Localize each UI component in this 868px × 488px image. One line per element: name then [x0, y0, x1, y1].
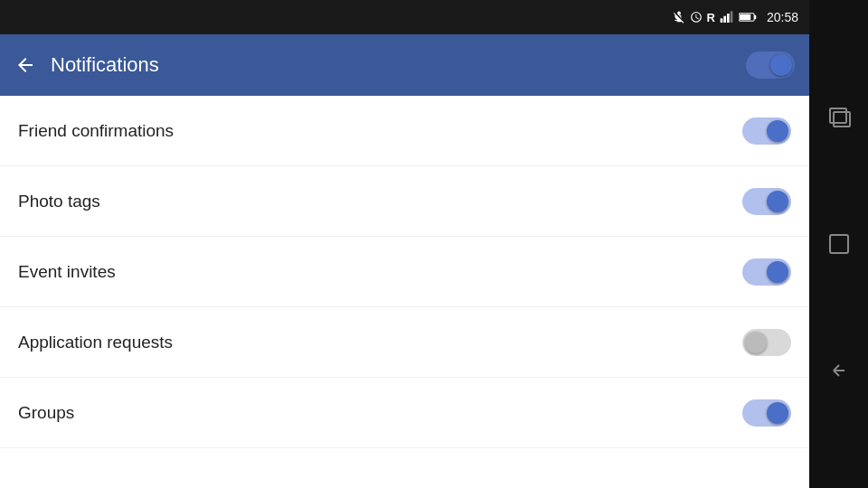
settings-list: Friend confirmations Photo tags Event in…: [0, 96, 809, 488]
setting-item-photo-tags: Photo tags: [0, 166, 809, 237]
setting-label-application-requests: Application requests: [18, 333, 742, 352]
event-invites-toggle[interactable]: [742, 258, 791, 286]
app-bar: Notifications: [0, 34, 809, 96]
svg-rect-9: [830, 235, 848, 253]
svg-rect-8: [834, 112, 850, 127]
back-nav-button[interactable]: [823, 354, 855, 387]
setting-label-event-invites: Event invites: [18, 262, 742, 282]
phone-area: R 20:58 Notifications: [0, 0, 809, 488]
setting-item-friend-confirmations: Friend confirmations: [0, 96, 809, 166]
setting-item-application-requests: Application requests: [0, 307, 809, 378]
svg-rect-5: [754, 15, 756, 19]
photo-tags-toggle[interactable]: [742, 188, 791, 215]
svg-rect-7: [830, 108, 846, 123]
battery-icon: [739, 11, 757, 23]
svg-rect-6: [740, 14, 750, 20]
status-icons: R 20:58: [673, 10, 798, 24]
setting-item-groups: Groups: [0, 378, 809, 448]
nav-sidebar: [809, 0, 868, 488]
friend-confirmations-toggle[interactable]: [742, 117, 791, 145]
svg-rect-3: [731, 11, 733, 23]
svg-rect-0: [721, 18, 723, 23]
home-button[interactable]: [823, 228, 855, 260]
recent-apps-button[interactable]: [823, 101, 855, 134]
mute-icon: [673, 10, 685, 24]
groups-toggle[interactable]: [742, 399, 791, 427]
status-time: 20:58: [767, 10, 798, 24]
setting-label-groups: Groups: [18, 403, 742, 423]
back-button[interactable]: [14, 54, 36, 76]
setting-label-friend-confirmations: Friend confirmations: [18, 121, 742, 141]
signal-icon: [720, 10, 734, 24]
svg-rect-1: [723, 16, 726, 23]
svg-rect-2: [727, 14, 730, 23]
application-requests-toggle[interactable]: [742, 329, 791, 356]
r-icon: R: [707, 11, 715, 24]
app-bar-title: Notifications: [51, 53, 746, 77]
setting-label-photo-tags: Photo tags: [18, 192, 742, 211]
notifications-master-toggle[interactable]: [746, 52, 795, 79]
setting-item-event-invites: Event invites: [0, 237, 809, 307]
status-bar: R 20:58: [0, 0, 809, 34]
alarm-icon: [690, 10, 703, 24]
